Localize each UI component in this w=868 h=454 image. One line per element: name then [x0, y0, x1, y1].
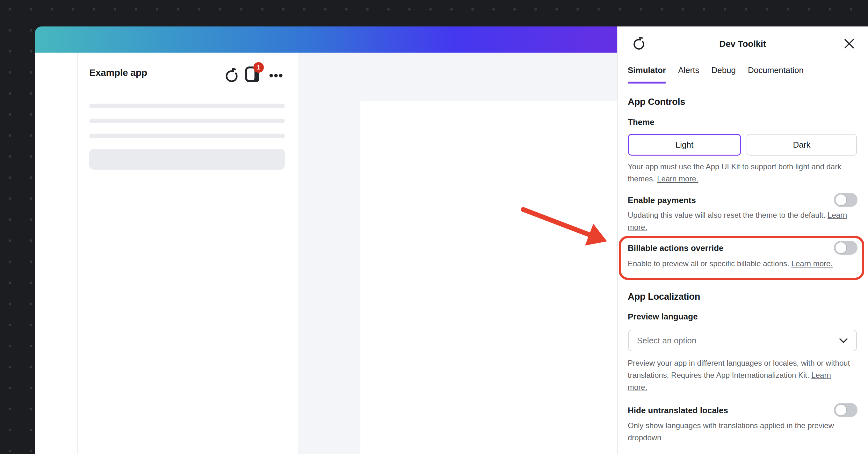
tab-debug[interactable]: Debug [711, 65, 736, 84]
learn-more-link[interactable]: Learn [828, 211, 847, 219]
skeleton-line [89, 103, 285, 108]
learn-more-link[interactable]: more. [628, 223, 647, 232]
help-text: Your app must use the App UI Kit to supp… [628, 162, 841, 171]
refresh-icon [224, 68, 239, 83]
design-page [361, 101, 617, 454]
close-icon [843, 38, 855, 50]
theme-label: Theme [628, 117, 654, 127]
ellipsis-icon [268, 73, 284, 79]
localization-help-text: Preview your app in different languages … [628, 357, 850, 393]
help-text: Preview your app in different languages … [628, 359, 850, 367]
enable-payments-label: Enable payments [628, 195, 696, 205]
gutter-divider [77, 53, 78, 454]
help-text: Updating this value will also reset the … [628, 211, 828, 219]
enable-payments-toggle[interactable] [834, 193, 858, 207]
help-text: dropdown [628, 433, 661, 442]
panel-tab-bar: Simulator Alerts Debug Documentation [628, 65, 804, 84]
billable-actions-override-toggle[interactable] [834, 241, 858, 255]
app-refresh-button[interactable] [224, 68, 239, 83]
hide-untranslated-locales-label: Hide untranslated locales [628, 405, 728, 416]
help-text: Enable to preview all or specific billab… [628, 259, 792, 268]
toggle-knob [835, 404, 847, 416]
payments-help-text: Updating this value will also reset the … [628, 209, 847, 233]
app-controls-heading: App Controls [628, 97, 685, 107]
theme-dark-button[interactable]: Dark [747, 134, 857, 156]
tab-documentation[interactable]: Documentation [748, 65, 804, 84]
skeleton-line [89, 119, 285, 123]
toggle-knob [835, 194, 847, 206]
app-localization-heading: App Localization [628, 292, 700, 302]
hide-untranslated-locales-toggle[interactable] [834, 403, 858, 417]
skeleton-line [89, 133, 285, 138]
tab-alerts[interactable]: Alerts [678, 65, 699, 84]
tab-simulator[interactable]: Simulator [628, 65, 666, 84]
preview-language-label: Preview language [628, 312, 698, 322]
app-panel-title: Example app [89, 67, 147, 78]
help-text: Only show languages with translations ap… [628, 421, 834, 430]
billable-actions-override-label: Billable actions override [628, 243, 724, 253]
learn-more-link[interactable]: Learn more. [657, 174, 698, 183]
learn-more-link[interactable]: Learn more. [792, 259, 833, 268]
theme-light-button[interactable]: Light [628, 134, 741, 156]
close-panel-button[interactable] [843, 38, 855, 50]
editor-header-gradient-bar [35, 27, 617, 53]
more-options-button[interactable] [268, 73, 284, 79]
help-text: translations. Requires the App Internati… [628, 371, 811, 380]
select-placeholder: Select an option [637, 336, 696, 345]
theme-help-text: Your app must use the App UI Kit to supp… [628, 161, 841, 185]
billable-help-text: Enable to preview all or specific billab… [628, 258, 833, 270]
learn-more-link[interactable]: Learn [811, 371, 831, 380]
learn-more-link[interactable]: more. [628, 383, 647, 392]
skeleton-block [89, 149, 285, 170]
panel-title: Dev Toolkit [617, 39, 868, 49]
hide-untranslated-help-text: Only show languages with translations ap… [628, 420, 834, 444]
help-text: themes. [628, 174, 657, 183]
toggle-knob [835, 242, 847, 254]
notification-badge: 1 [253, 62, 264, 73]
annotation-arrow [510, 198, 618, 255]
chevron-down-icon [839, 338, 848, 343]
canva-editor-screen: Example app 1 Dev Toolkit [0, 0, 868, 454]
preview-language-select[interactable]: Select an option [628, 330, 857, 351]
